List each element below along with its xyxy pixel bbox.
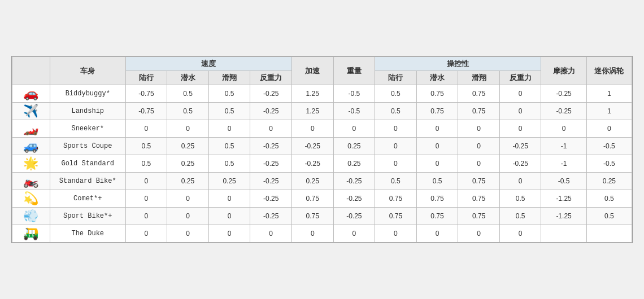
stat-cell: 0.25 bbox=[167, 138, 209, 155]
table-row: 🏍️Standard Bike*00.250.25-0.250.25-0.250… bbox=[12, 173, 632, 190]
stat-cell: 0 bbox=[125, 208, 167, 225]
stat-cell: 0 bbox=[499, 225, 541, 243]
stat-cell: 0.75 bbox=[291, 208, 333, 225]
stat-cell: 0 bbox=[458, 138, 500, 155]
header-speed-land: 陆行 bbox=[125, 71, 167, 85]
stat-cell: -0.25 bbox=[250, 190, 292, 208]
vehicle-icon: 🛺 bbox=[12, 225, 50, 243]
stat-cell: -0.25 bbox=[333, 173, 375, 190]
vehicle-icon: 💨 bbox=[12, 208, 50, 225]
stat-cell: 0 bbox=[167, 120, 209, 138]
stat-cell: 0.75 bbox=[375, 208, 417, 225]
stat-cell: 0.5 bbox=[208, 155, 250, 173]
stat-cell: 0.5 bbox=[586, 190, 632, 208]
stat-cell: 0 bbox=[499, 103, 541, 120]
stat-cell: 0 bbox=[458, 120, 500, 138]
stat-cell: 0.75 bbox=[458, 103, 500, 120]
vehicle-name: Landship bbox=[50, 103, 125, 120]
stat-cell: 0.25 bbox=[586, 173, 632, 190]
stat-cell: 0 bbox=[499, 85, 541, 103]
stat-cell: 0 bbox=[586, 120, 632, 138]
stat-cell: -0.5 bbox=[586, 155, 632, 173]
stat-cell: -1.25 bbox=[541, 190, 586, 208]
stat-cell: 0 bbox=[291, 120, 333, 138]
table-row: 💨Sport Bike*+000-0.250.75-0.250.750.750.… bbox=[12, 208, 632, 225]
header-handling-land: 陆行 bbox=[375, 71, 417, 85]
stat-cell: 0 bbox=[208, 190, 250, 208]
stat-cell: -0.25 bbox=[499, 155, 541, 173]
stat-cell: 1 bbox=[586, 103, 632, 120]
stat-cell: -0.5 bbox=[333, 103, 375, 120]
stat-cell: -1.25 bbox=[541, 208, 586, 225]
stat-cell: 0.5 bbox=[416, 173, 458, 190]
header-mini-turbo: 迷你涡轮 bbox=[586, 57, 632, 85]
stat-cell: 0.75 bbox=[458, 173, 500, 190]
vehicle-name: Standard Bike* bbox=[50, 173, 125, 190]
vehicle-name: Gold Standard bbox=[50, 155, 125, 173]
stat-cell bbox=[541, 225, 586, 243]
stat-cell: -0.25 bbox=[333, 208, 375, 225]
stat-cell: 0.5 bbox=[208, 85, 250, 103]
stat-cell: 0 bbox=[416, 225, 458, 243]
stat-cell: 0 bbox=[167, 190, 209, 208]
header-weight: 重量 bbox=[333, 57, 375, 85]
vehicle-icon: ✈️ bbox=[12, 103, 50, 120]
header-handling-anti: 反重力 bbox=[499, 71, 541, 85]
vehicle-name: Sport Bike*+ bbox=[50, 208, 125, 225]
stat-cell: -0.25 bbox=[499, 138, 541, 155]
stat-cell: 0 bbox=[375, 138, 417, 155]
stat-cell: -0.75 bbox=[125, 85, 167, 103]
stat-cell: 0 bbox=[167, 225, 209, 243]
stat-cell: -0.25 bbox=[541, 103, 586, 120]
stat-cell: 0.5 bbox=[125, 155, 167, 173]
stat-cell: 0.25 bbox=[333, 155, 375, 173]
stat-cell: 0 bbox=[167, 208, 209, 225]
stat-cell: -1 bbox=[541, 138, 586, 155]
stat-cell: -0.25 bbox=[250, 173, 292, 190]
vehicle-icon: 💫 bbox=[12, 190, 50, 208]
table-row: 🌟Gold Standard0.50.250.5-0.25-0.250.2500… bbox=[12, 155, 632, 173]
vehicle-icon: 🌟 bbox=[12, 155, 50, 173]
stat-cell: 0 bbox=[416, 120, 458, 138]
stat-cell: 0.5 bbox=[586, 208, 632, 225]
stat-cell: 0.75 bbox=[291, 190, 333, 208]
header-speed-water: 潜水 bbox=[167, 71, 209, 85]
vehicle-name: The Duke bbox=[50, 225, 125, 243]
stat-cell: -0.5 bbox=[541, 173, 586, 190]
stat-cell: 0.25 bbox=[333, 138, 375, 155]
stat-cell: -0.5 bbox=[333, 85, 375, 103]
stat-cell: -0.75 bbox=[125, 103, 167, 120]
stat-cell: 0.5 bbox=[208, 103, 250, 120]
stat-cell: 0.5 bbox=[499, 208, 541, 225]
vehicle-icon: 🚗 bbox=[12, 85, 50, 103]
header-acceleration: 加速 bbox=[291, 57, 333, 85]
vehicle-icon: 🏍️ bbox=[12, 173, 50, 190]
stat-cell: 0.75 bbox=[416, 85, 458, 103]
table-row: 🏎️Sneeker*000000000000 bbox=[12, 120, 632, 138]
header-handling-group: 操控性 bbox=[375, 57, 541, 71]
header-vehicle: 车身 bbox=[50, 57, 125, 85]
header-speed-air: 滑翔 bbox=[208, 71, 250, 85]
vehicle-icon: 🏎️ bbox=[12, 120, 50, 138]
stat-cell: 0.5 bbox=[208, 138, 250, 155]
stat-cell: -0.25 bbox=[250, 138, 292, 155]
stat-cell: 0.25 bbox=[167, 155, 209, 173]
stat-cell bbox=[586, 225, 632, 243]
header-speed-anti: 反重力 bbox=[250, 71, 292, 85]
stat-cell: 0 bbox=[291, 225, 333, 243]
stat-cell: -0.25 bbox=[250, 85, 292, 103]
stat-cell: 0 bbox=[499, 173, 541, 190]
stat-cell: 0 bbox=[375, 225, 417, 243]
stat-cell: -0.25 bbox=[250, 208, 292, 225]
stat-cell: 0 bbox=[125, 120, 167, 138]
table-row: ✈️Landship-0.750.50.5-0.251.25-0.50.50.7… bbox=[12, 103, 632, 120]
stat-cell: 0 bbox=[416, 155, 458, 173]
stat-cell: 0 bbox=[333, 120, 375, 138]
vehicle-name: Sneeker* bbox=[50, 120, 125, 138]
stat-cell: 1 bbox=[586, 85, 632, 103]
stat-cell: 0.5 bbox=[375, 103, 417, 120]
vehicle-name: Comet*+ bbox=[50, 190, 125, 208]
stat-cell: 0.75 bbox=[416, 103, 458, 120]
stat-cell: -0.25 bbox=[291, 155, 333, 173]
vehicle-name: Biddybuggy* bbox=[50, 85, 125, 103]
